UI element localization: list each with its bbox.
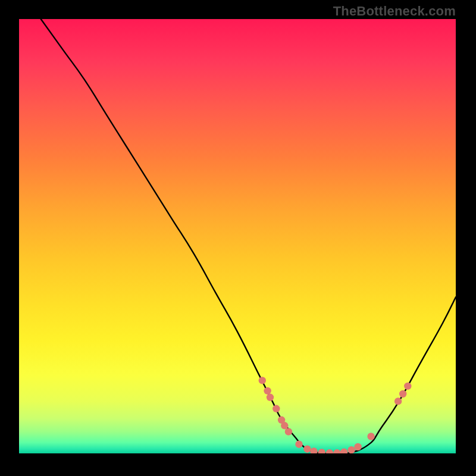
curve-marker [326, 449, 333, 453]
watermark-text: TheBottleneck.com [333, 4, 456, 19]
curve-marker [259, 377, 266, 384]
chart-stage: TheBottleneck.com [0, 0, 476, 476]
curve-marker [285, 428, 292, 435]
curve-marker [333, 449, 340, 453]
curve-marker [399, 390, 406, 397]
curve-marker [347, 446, 355, 453]
curve-marker [354, 443, 361, 450]
curve-marker [340, 449, 347, 453]
curve-marker [264, 387, 271, 394]
curve-marker [295, 441, 302, 448]
curve-layer [19, 19, 456, 453]
curve-marker [310, 447, 317, 453]
curve-marker [281, 422, 288, 429]
curve-markers [259, 377, 412, 453]
curve-marker [303, 446, 311, 453]
curve-marker [318, 449, 325, 453]
bottleneck-curve [41, 19, 456, 453]
curve-marker [394, 397, 402, 405]
curve-marker [367, 433, 374, 440]
curve-marker [273, 405, 280, 412]
curve-marker [404, 383, 411, 390]
plot-area [19, 19, 456, 453]
curve-marker [267, 394, 274, 401]
